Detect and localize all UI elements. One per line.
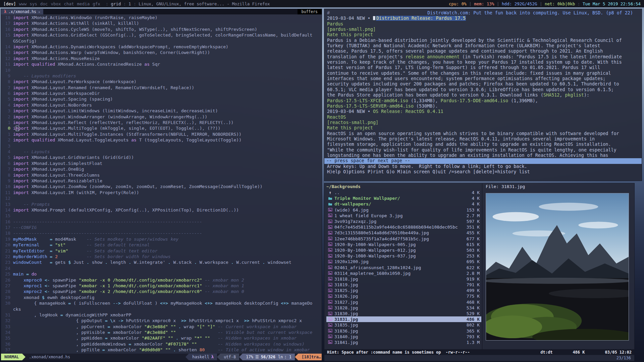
code-text: import XMonad.Actions.MouseResize xyxy=(13,56,322,61)
link[interactable]: SHA512 xyxy=(543,93,559,98)
code-line: 30 { manageHook = ( isFullscreen --> doF… xyxy=(3,300,322,306)
file-list-pane[interactable]: ~/Backgrounds ↑..4 KTriple Monitor Wallp… xyxy=(324,183,482,349)
code-text: ----------------------------------------… xyxy=(13,219,322,225)
workspace-tag[interactable]: www xyxy=(19,1,27,6)
file-row[interactable]: 1920-By-1080-Wallpapers-005.jpg615 K xyxy=(326,242,481,247)
workspace-tag[interactable]: doc xyxy=(40,1,48,6)
code-area[interactable]: 18import XMonad.Actions.WindowGo (runOrR… xyxy=(1,14,322,354)
file-row[interactable]: (wide) 64.jpg153 K xyxy=(326,207,481,213)
workspace-tag[interactable]: media xyxy=(77,1,90,6)
link[interactable]: Pardus-17.5-DDE-amd64.iso xyxy=(441,98,508,103)
code-line: 10import XMonad.Layout.ZoomRow (zoomRow,… xyxy=(3,184,322,189)
file-name: (wide) 64.jpg xyxy=(334,207,465,213)
code-text: , ppTitle = xmobarColor "#d0d0d0" "" . s… xyxy=(13,347,322,353)
desktop: { "topbar": { "workspaces": [ {"label": … xyxy=(0,0,644,362)
workspace-tag[interactable]: [dev] xyxy=(3,1,16,6)
file-row[interactable]: 1920-By-1080-Wallpapers-037.jpg253 K xyxy=(326,253,481,259)
file-size: 4 K xyxy=(472,190,480,195)
text: longstanding one has been the ability to… xyxy=(327,153,608,158)
workspace-tag[interactable]: sys xyxy=(30,1,37,6)
file-row[interactable]: 31840.jpg793 K xyxy=(326,334,481,340)
powerline-arrow-icon xyxy=(185,354,189,360)
text: translation of the project's xyxy=(327,54,406,59)
browser-text-line: "While the community wish-list for quali… xyxy=(327,147,639,153)
workspace-tag[interactable]: vbox xyxy=(51,1,61,6)
browser-text-line: Pardus-17.5-LTS-XFCE-amd64.iso (1,334MB)… xyxy=(327,98,639,104)
file-row[interactable]: 31841.jpg1.3 M xyxy=(326,340,481,345)
file-size: 919 K xyxy=(467,277,480,282)
separator: | xyxy=(494,1,502,6)
link[interactable]: ReactOS xyxy=(327,115,346,120)
file-row[interactable]: 03114_mapletree_1680x1050.jpg2.8 M xyxy=(326,270,481,276)
vim-mode-indicator: NORMAL xyxy=(1,354,22,360)
image-file-icon xyxy=(328,248,332,252)
image-file-icon xyxy=(328,265,332,269)
link[interactable]: Rate this project xyxy=(327,32,373,37)
file-row[interactable]: 1920x1200.jpg695 K xyxy=(326,259,481,264)
line-number: 10 xyxy=(3,67,13,73)
code-line: 1import XMonad.Layout.MultiToggle.Instan… xyxy=(3,131,322,137)
file-row[interactable]: 31828.jpg534 K xyxy=(326,305,481,311)
file-row[interactable]: 1920-By-1080-Wallpapers-012.jpg503 K xyxy=(326,247,481,253)
file-row[interactable]: 04fc7e45d58115b2a9fe446c8c658886b694e108… xyxy=(326,224,481,230)
workspace-tag[interactable]: chat xyxy=(64,1,74,6)
close-icon[interactable]: ✕ xyxy=(38,10,40,14)
file-row[interactable]: 31825.jpg499 K xyxy=(326,288,481,293)
file-size: 534 K xyxy=(467,305,480,310)
file-row[interactable]: 3vo91g7azxqz.jpg597 K xyxy=(326,219,481,224)
file-row[interactable]: 1 wheat field Europe 3.jpg2.7 M xyxy=(326,213,481,219)
file-row[interactable]: 31830.jpg529 K xyxy=(326,311,481,316)
link[interactable]: Pardus xyxy=(327,21,343,26)
whitespace-warning: [18]tra… xyxy=(298,354,322,360)
file-row[interactable]: ↑..4 K xyxy=(326,190,481,195)
workspace-tag[interactable]: gfx xyxy=(93,1,100,6)
line-number: 18 xyxy=(3,15,13,20)
file-size: 793 K xyxy=(467,334,480,339)
powerline-arrow-icon xyxy=(22,354,25,360)
link[interactable]: Rate this project xyxy=(327,125,373,130)
browser-text-line: Turkey (TÜBİTAK) and National Academic N… xyxy=(327,43,639,49)
browser-window[interactable]: # DistroWatch.com: Put the fun back into… xyxy=(324,9,642,181)
line-number: 16 xyxy=(3,219,13,225)
link[interactable]: Distribution Release: Pardus 17.5 xyxy=(376,16,466,21)
link[interactable]: [pardus-small.png] xyxy=(327,27,376,32)
buffers-button[interactable]: buffers xyxy=(298,9,322,14)
file-row[interactable]: dt-wallpapers/4 K xyxy=(326,201,481,207)
browser-text-line: [reactos-small.png] xyxy=(327,120,639,125)
code-line: 5import XMonad.Layout.Spacing (spacing) xyxy=(3,96,322,102)
line-number: 36 xyxy=(3,341,13,347)
file-row[interactable]: 31819.jpg791 K xyxy=(326,282,481,288)
link[interactable]: release announcement xyxy=(406,54,460,59)
code-line: 3import XMonad.Layout.LimitWindows (limi… xyxy=(3,108,322,114)
layout-indicator[interactable]: grid xyxy=(111,1,121,6)
browser-help-line: Arrow keys: Up and Down to move. Right t… xyxy=(327,164,639,169)
folder-icon xyxy=(328,196,332,200)
link[interactable]: OS Release: ReactOS 0.4.11 xyxy=(373,109,443,114)
line-number: 25 xyxy=(3,271,13,277)
link[interactable]: Pardus-17.5-LTS-XFCE-amd64.iso xyxy=(327,98,408,103)
text: version. To keep track of the changes, y… xyxy=(327,60,622,65)
code-text: , ppHidden = xmobarColor "#82AAFF" "" . … xyxy=(13,335,322,341)
code-text: import XMonad.Layout.OneBig xyxy=(13,166,322,172)
line-number: 37 xyxy=(3,347,13,353)
file-row[interactable]: 7d3c13155880e514a8d6d70510be449a.jpg455 … xyxy=(326,230,481,236)
code-line: 11import qualified XMonad.Actions.Constr… xyxy=(3,61,322,67)
file-row[interactable]: 31818.jpg919 K xyxy=(326,276,481,282)
line-number: 20 xyxy=(3,242,13,248)
line-number: 8 xyxy=(3,172,13,178)
link[interactable]: [reactos-small.png] xyxy=(327,120,378,125)
file-row[interactable]: Triple Monitor Wallpaper/4 K xyxy=(326,195,481,201)
line-number: 4 xyxy=(3,149,13,155)
file-row[interactable]: 31827.jpg468 K xyxy=(326,299,481,305)
file-row[interactable]: 31831.jpg486 K xyxy=(326,316,481,322)
link[interactable]: pkglist xyxy=(565,93,584,98)
file-row[interactable]: 31835.jpg802 K xyxy=(326,322,481,328)
file-row[interactable]: 31826.jpg775 K xyxy=(326,293,481,299)
image-file-icon xyxy=(328,294,332,298)
file-name: 31831.jpg xyxy=(334,317,465,322)
file-row[interactable]: 02461_africansunset_1280x1024.jpg622 K xyxy=(326,264,481,270)
editor-tab[interactable]: λ .x/xmonad.hs ✕ xyxy=(1,9,43,14)
file-row[interactable]: 31836.jpg365 K xyxy=(326,328,481,334)
link[interactable]: Pardus-17.5-LTS-SERVER-amd64.iso xyxy=(327,104,414,109)
file-row[interactable]: 12ee746bb85735f1a7a4cd4d7f581b5c.jpg677 … xyxy=(326,236,481,242)
